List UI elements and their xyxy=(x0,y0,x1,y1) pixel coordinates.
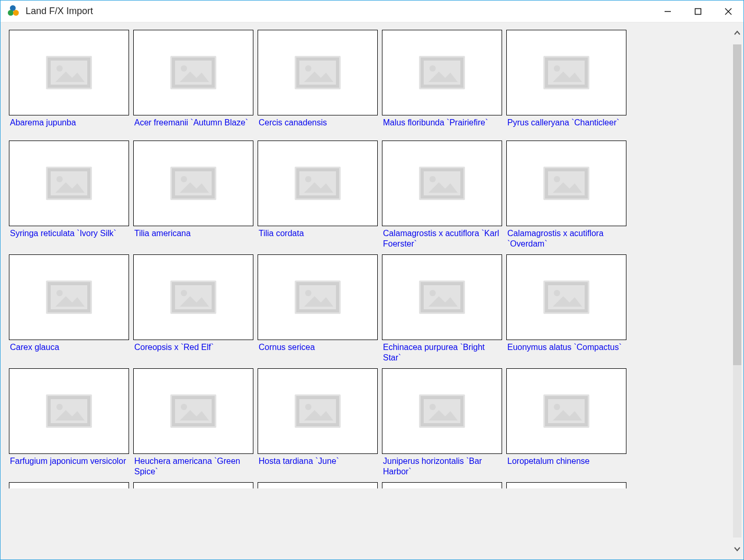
thumbnail-placeholder[interactable] xyxy=(382,368,502,454)
grid-item[interactable]: Malus floribunda `Prairiefire` xyxy=(382,30,502,138)
grid-item[interactable]: Acer freemanii `Autumn Blaze` xyxy=(133,30,253,138)
svg-rect-1 xyxy=(695,8,701,14)
item-caption[interactable]: Cercis canadensis xyxy=(258,115,378,138)
thumbnail-peek xyxy=(506,482,626,488)
thumbnail-placeholder[interactable] xyxy=(133,141,253,226)
svg-point-22 xyxy=(429,65,436,72)
thumbnail-placeholder[interactable] xyxy=(9,141,129,226)
item-caption[interactable]: Pyrus calleryana `Chanticleer` xyxy=(506,115,626,138)
item-caption[interactable]: Tilia americana xyxy=(133,226,253,249)
thumbnail-placeholder[interactable] xyxy=(258,141,378,226)
thumbnail-peek xyxy=(9,482,129,488)
thumbnail-placeholder[interactable] xyxy=(258,30,378,115)
svg-point-77 xyxy=(554,290,560,296)
item-caption[interactable]: Hosta tardiana `June` xyxy=(258,454,378,477)
item-caption[interactable]: Cornus sericea xyxy=(258,340,378,363)
titlebar[interactable]: Land F/X Import xyxy=(1,1,743,22)
image-placeholder-icon xyxy=(293,278,343,316)
grid-item[interactable]: Tilia americana xyxy=(133,141,253,252)
item-caption[interactable]: Euonymus alatus `Compactus` xyxy=(506,340,626,363)
grid-item[interactable]: Abarema jupunba xyxy=(9,30,129,138)
scroll-thumb[interactable] xyxy=(733,44,741,365)
image-placeholder-icon xyxy=(293,54,343,91)
image-placeholder-icon xyxy=(44,54,94,91)
scroll-track[interactable] xyxy=(733,44,741,538)
grid-item[interactable]: Farfugium japonicum versicolor xyxy=(9,368,129,480)
svg-point-27 xyxy=(554,65,560,72)
svg-point-17 xyxy=(305,65,311,72)
item-caption[interactable]: Echinacea purpurea `Bright Star` xyxy=(382,340,502,366)
thumbnail-placeholder[interactable] xyxy=(133,30,253,115)
thumbnail-grid-wrap: Abarema jupunba Acer freemanii `Autumn B… xyxy=(1,22,731,559)
grid-item[interactable]: Calamagrostis x acutiflora `Karl Foerste… xyxy=(382,141,502,252)
image-placeholder-icon xyxy=(168,165,218,202)
image-placeholder-icon xyxy=(168,278,218,316)
grid-item[interactable]: Tilia cordata xyxy=(258,141,378,252)
grid-item[interactable]: Pyrus calleryana `Chanticleer` xyxy=(506,30,626,138)
item-caption[interactable]: Malus floribunda `Prairiefire` xyxy=(382,115,502,138)
image-placeholder-icon xyxy=(417,54,467,91)
item-caption[interactable]: Calamagrostis x acutiflora `Overdam` xyxy=(506,226,626,252)
grid-item[interactable]: Hosta tardiana `June` xyxy=(258,368,378,480)
grid-item[interactable]: Cornus sericea xyxy=(258,254,378,366)
thumbnail-placeholder[interactable] xyxy=(258,254,378,340)
item-caption[interactable]: Carex glauca xyxy=(9,340,129,363)
thumbnail-placeholder[interactable] xyxy=(9,254,129,340)
grid-item[interactable]: Echinacea purpurea `Bright Star` xyxy=(382,254,502,366)
scroll-down-button[interactable] xyxy=(731,542,743,556)
grid-item[interactable]: Carex glauca xyxy=(9,254,129,366)
svg-point-82 xyxy=(56,404,63,410)
image-placeholder-icon xyxy=(541,165,591,202)
close-button[interactable] xyxy=(713,1,743,22)
thumbnail-placeholder[interactable] xyxy=(9,368,129,454)
item-caption[interactable]: Abarema jupunba xyxy=(9,115,129,138)
grid-item[interactable]: Loropetalum chinense xyxy=(506,368,626,480)
image-placeholder-icon xyxy=(417,392,467,430)
svg-point-97 xyxy=(429,404,436,410)
window-controls xyxy=(653,1,743,22)
thumbnail-placeholder[interactable] xyxy=(258,368,378,454)
image-placeholder-icon xyxy=(44,392,94,430)
item-caption[interactable]: Tilia cordata xyxy=(258,226,378,249)
thumbnail-placeholder[interactable] xyxy=(9,30,129,115)
item-caption[interactable]: Heuchera americana `Green Spice` xyxy=(133,454,253,480)
thumbnail-placeholder[interactable] xyxy=(382,141,502,226)
item-caption[interactable]: Acer freemanii `Autumn Blaze` xyxy=(133,115,253,138)
thumbnail-placeholder[interactable] xyxy=(506,141,626,226)
image-placeholder-icon xyxy=(168,392,218,430)
grid-item[interactable]: Juniperus horizontalis `Bar Harbor` xyxy=(382,368,502,480)
window-title: Land F/X Import xyxy=(26,6,93,17)
grid-item[interactable]: Calamagrostis x acutiflora `Overdam` xyxy=(506,141,626,252)
item-caption[interactable]: Farfugium japonicum versicolor xyxy=(9,454,129,477)
thumbnail-placeholder[interactable] xyxy=(506,368,626,454)
minimize-button[interactable] xyxy=(653,1,683,22)
grid-item[interactable]: Euonymus alatus `Compactus` xyxy=(506,254,626,366)
scroll-up-button[interactable] xyxy=(731,26,743,40)
item-caption[interactable]: Juniperus horizontalis `Bar Harbor` xyxy=(382,454,502,480)
maximize-button[interactable] xyxy=(683,1,713,22)
thumbnail-placeholder[interactable] xyxy=(506,30,626,115)
grid-item[interactable]: Heuchera americana `Green Spice` xyxy=(133,368,253,480)
image-placeholder-icon xyxy=(541,54,591,91)
svg-point-37 xyxy=(181,176,187,182)
svg-point-12 xyxy=(181,65,187,72)
vertical-scrollbar[interactable] xyxy=(731,22,743,559)
item-caption[interactable]: Calamagrostis x acutiflora `Karl Foerste… xyxy=(382,226,502,252)
thumbnail-placeholder[interactable] xyxy=(382,30,502,115)
svg-point-67 xyxy=(305,290,311,296)
grid-item[interactable]: Coreopsis x `Red Elf` xyxy=(133,254,253,366)
item-caption[interactable]: Coreopsis x `Red Elf` xyxy=(133,340,253,363)
grid-item[interactable]: Cercis canadensis xyxy=(258,30,378,138)
item-caption[interactable]: Loropetalum chinense xyxy=(506,454,626,477)
svg-point-57 xyxy=(56,290,63,296)
item-caption[interactable]: Syringa reticulata `Ivory Silk` xyxy=(9,226,129,249)
window-frame: Land F/X Import Abarema jupunba Acer fre… xyxy=(0,0,744,560)
grid-item[interactable]: Syringa reticulata `Ivory Silk` xyxy=(9,141,129,252)
thumbnail-placeholder[interactable] xyxy=(382,254,502,340)
image-placeholder-icon xyxy=(541,278,591,316)
thumbnail-placeholder[interactable] xyxy=(133,368,253,454)
thumbnail-placeholder[interactable] xyxy=(506,254,626,340)
thumbnail-peek xyxy=(258,482,378,488)
thumbnail-placeholder[interactable] xyxy=(133,254,253,340)
image-placeholder-icon xyxy=(293,392,343,430)
